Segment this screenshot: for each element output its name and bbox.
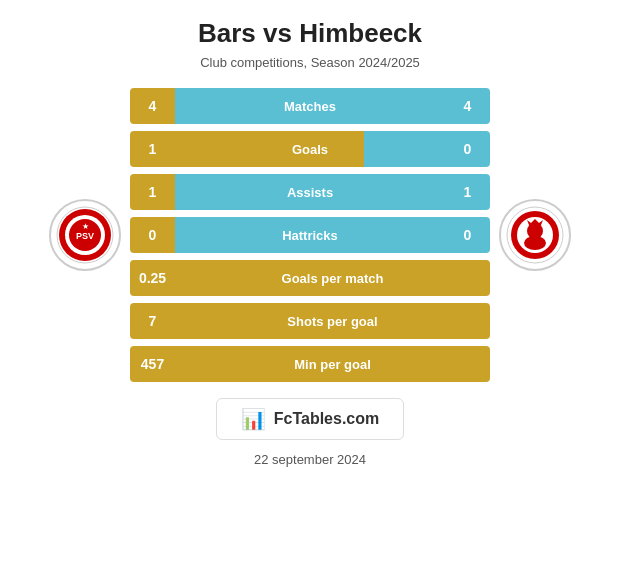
page-subtitle: Club competitions, Season 2024/2025 bbox=[200, 55, 420, 70]
fctables-text: FcTables.com bbox=[274, 410, 380, 428]
goals-right-val: 0 bbox=[445, 131, 490, 167]
mpg-left-val: 457 bbox=[130, 346, 175, 382]
assists-left-val: 1 bbox=[130, 174, 175, 210]
page-title: Bars vs Himbeeck bbox=[198, 18, 422, 49]
main-content: PSV ★ 4 Matches 4 1 Goals 0 1 bbox=[10, 88, 610, 382]
stats-area: 4 Matches 4 1 Goals 0 1 Assists 1 0 Hatt… bbox=[130, 88, 490, 382]
goals-label: Goals bbox=[175, 131, 445, 167]
stat-row-min-per-goal: 457 Min per goal bbox=[130, 346, 490, 382]
logo-right bbox=[490, 199, 580, 271]
hattricks-left-val: 0 bbox=[130, 217, 175, 253]
page: Bars vs Himbeeck Club competitions, Seas… bbox=[0, 0, 620, 580]
right-team-logo bbox=[499, 199, 571, 271]
assists-right-val: 1 bbox=[445, 174, 490, 210]
svg-text:★: ★ bbox=[82, 222, 89, 231]
stat-row-hattricks: 0 Hattricks 0 bbox=[130, 217, 490, 253]
stat-row-assists: 1 Assists 1 bbox=[130, 174, 490, 210]
spg-left-val: 7 bbox=[130, 303, 175, 339]
svg-rect-11 bbox=[529, 225, 541, 228]
matches-left-val: 4 bbox=[130, 88, 175, 124]
gpm-left-val: 0.25 bbox=[130, 260, 175, 296]
matches-label: Matches bbox=[175, 88, 445, 124]
hattricks-label: Hattricks bbox=[175, 217, 445, 253]
footer-date: 22 september 2024 bbox=[254, 452, 366, 467]
stat-row-goals: 1 Goals 0 bbox=[130, 131, 490, 167]
fctables-logo: 📊 FcTables.com bbox=[216, 398, 405, 440]
stat-row-goals-per-match: 0.25 Goals per match bbox=[130, 260, 490, 296]
spg-label: Shots per goal bbox=[175, 303, 490, 339]
left-team-logo: PSV ★ bbox=[49, 199, 121, 271]
gpm-label: Goals per match bbox=[175, 260, 490, 296]
stat-row-shots-per-goal: 7 Shots per goal bbox=[130, 303, 490, 339]
fctables-icon: 📊 bbox=[241, 407, 266, 431]
svg-text:PSV: PSV bbox=[76, 231, 94, 241]
goals-left-val: 1 bbox=[130, 131, 175, 167]
hattricks-right-val: 0 bbox=[445, 217, 490, 253]
matches-right-val: 4 bbox=[445, 88, 490, 124]
mpg-label: Min per goal bbox=[175, 346, 490, 382]
stat-row-matches: 4 Matches 4 bbox=[130, 88, 490, 124]
logo-left: PSV ★ bbox=[40, 199, 130, 271]
svg-point-10 bbox=[524, 236, 546, 250]
assists-label: Assists bbox=[175, 174, 445, 210]
